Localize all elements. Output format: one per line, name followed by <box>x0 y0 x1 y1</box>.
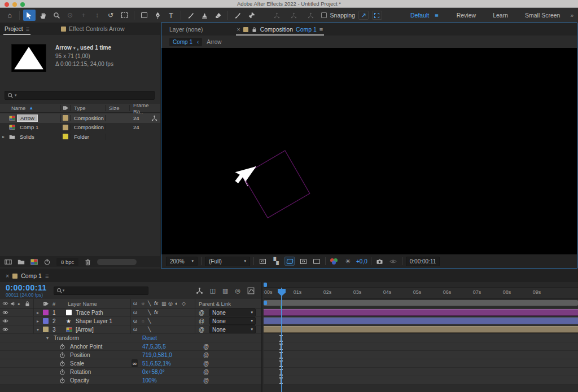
label-swatch-icon[interactable] <box>63 115 68 121</box>
track-row-opacity[interactable] <box>264 376 578 385</box>
composition-mini-flowchart-icon[interactable] <box>196 287 203 294</box>
expand-icon[interactable]: ▸ <box>2 134 7 139</box>
orbit-camera-tool[interactable]: ⊙ <box>64 10 76 21</box>
stopwatch-icon[interactable] <box>59 369 65 375</box>
transparency-grid-icon[interactable]: ▚ <box>271 257 281 266</box>
pickwhip-icon[interactable]: @ <box>203 342 209 350</box>
dolly-camera-tool[interactable]: ↕ <box>91 10 103 21</box>
footage-dropdown-icon[interactable]: ▾ <box>73 46 76 51</box>
stopwatch-icon[interactable] <box>59 343 65 350</box>
show-snapshot-icon[interactable] <box>388 257 399 266</box>
layer-name-column-label[interactable]: Layer Name <box>68 299 97 308</box>
navigator-back-icon[interactable]: ‹ <box>197 39 199 45</box>
pan-camera-tool[interactable]: + <box>77 10 90 21</box>
close-tab-icon[interactable]: × <box>6 272 9 279</box>
new-composition-icon[interactable] <box>30 259 38 265</box>
property-row-position[interactable]: Position 719,0,581,0 @ <box>0 351 261 359</box>
label-swatch-icon[interactable] <box>43 318 49 324</box>
channel-rgb-icon[interactable] <box>329 257 339 266</box>
stopwatch-icon[interactable] <box>59 360 65 367</box>
navigator-item[interactable]: Arrow <box>207 39 221 45</box>
layer-row-arrow[interactable]: ▾ 3 [Arrow] ω ╲ @ None ▾ <box>0 325 261 334</box>
home-button[interactable]: ⌂ <box>3 10 16 21</box>
property-value[interactable]: 47,5,35,5 <box>142 342 166 350</box>
local-axis-mode-icon[interactable] <box>271 10 283 21</box>
work-area-start-handle[interactable] <box>264 283 267 287</box>
lock-column-icon[interactable] <box>24 301 30 307</box>
tab-effect-controls[interactable]: Effect Controls Arrow <box>56 25 129 35</box>
work-area-start-handle[interactable] <box>264 301 267 305</box>
video-column-eye-icon[interactable] <box>2 301 8 306</box>
transform-group-label[interactable]: Transform <box>54 334 79 342</box>
pickwhip-icon[interactable]: @ <box>203 359 209 367</box>
camera-tool[interactable] <box>118 10 130 21</box>
project-item-arrow[interactable]: Arrow Composition 24 <box>0 113 160 123</box>
item-name[interactable]: Arrow <box>17 114 38 122</box>
hand-tool[interactable] <box>37 10 49 21</box>
color-depth-button[interactable]: 8 bpc <box>56 258 78 266</box>
column-name[interactable]: Name <box>11 105 25 111</box>
rotation-tool[interactable]: ↺ <box>104 10 117 21</box>
snapping-checkbox[interactable] <box>321 12 327 18</box>
panel-menu-icon[interactable]: ≡ <box>319 26 323 33</box>
viewer-timecode[interactable]: 0:00:00:11 <box>406 257 440 266</box>
pickwhip-icon[interactable]: @ <box>203 351 209 359</box>
collapse-icon[interactable]: ▾ <box>37 325 42 333</box>
puppet-pin-tool[interactable] <box>245 10 257 21</box>
pickwhip-icon[interactable]: @ <box>203 368 209 376</box>
layer-name[interactable]: [Arrow] <box>76 325 94 333</box>
label-swatch-icon[interactable] <box>43 310 49 315</box>
adjustment-column-icon[interactable]: ◐ <box>175 299 178 308</box>
property-value[interactable]: 0x+58,0° <box>142 368 165 376</box>
property-row-anchor-point[interactable]: Anchor Point 47,5,35,5 @ <box>0 342 261 351</box>
search-options-icon[interactable]: ▾ <box>63 288 65 293</box>
transform-group-row[interactable]: ▾ Transform Reset <box>0 334 261 342</box>
parent-link-column-label[interactable]: Parent & Link <box>199 299 231 308</box>
exposure-icon[interactable]: ✳ <box>343 257 353 266</box>
property-value[interactable]: 719,0,581,0 <box>142 351 172 359</box>
panel-menu-icon[interactable]: ≡ <box>26 25 29 32</box>
project-item-solids[interactable]: ▸ Solids Folder <box>0 132 160 142</box>
exposure-value[interactable]: +0,0 <box>356 258 367 265</box>
track-row-scale[interactable] <box>264 359 578 368</box>
property-name[interactable]: Anchor Point <box>70 342 102 350</box>
workspace-tab-review[interactable]: Review <box>450 12 483 19</box>
sort-ascending-icon[interactable]: ▲ <box>29 105 33 111</box>
footage-thumbnail[interactable] <box>11 44 46 72</box>
property-value[interactable]: 100% <box>142 376 157 384</box>
3d-column-icon[interactable]: ◇ <box>182 299 186 308</box>
eye-toggle-icon[interactable] <box>2 310 8 315</box>
navigator-current-comp[interactable]: Comp 1 ‹ <box>169 38 202 46</box>
track-row-rotation[interactable] <box>264 368 578 376</box>
footage-name[interactable]: Arrow <box>55 45 72 51</box>
property-row-opacity[interactable]: Opacity 100% @ <box>0 376 261 385</box>
fx-toggle-icon[interactable]: fx <box>154 309 158 316</box>
item-name[interactable]: Comp 1 <box>17 124 41 130</box>
track-row-anchor-point[interactable] <box>264 342 578 351</box>
track-row-position[interactable] <box>264 351 578 359</box>
trash-icon[interactable] <box>84 258 91 266</box>
column-type[interactable]: Type <box>74 105 86 111</box>
graph-editor-icon[interactable] <box>247 287 255 294</box>
shy-toggle-icon[interactable]: ω <box>133 317 137 325</box>
quality-toggle-icon[interactable]: ╲ <box>148 317 151 325</box>
index-column-label[interactable]: # <box>52 299 55 308</box>
layer-duration-bar[interactable] <box>264 318 578 324</box>
quality-toggle-icon[interactable]: ╲ <box>148 325 151 333</box>
label-swatch-icon[interactable] <box>63 125 68 130</box>
timeline-tab-label[interactable]: Comp 1 <box>21 272 42 279</box>
zoom-tool[interactable] <box>50 10 63 21</box>
tab-project[interactable]: Project ≡ <box>0 25 34 35</box>
composition-viewport[interactable] <box>161 48 577 254</box>
column-size[interactable]: Size <box>109 105 119 111</box>
work-area-bar[interactable] <box>264 299 578 309</box>
flowchart-icon[interactable] <box>151 115 157 121</box>
property-value[interactable]: 51,6,52,1% <box>142 359 171 367</box>
parent-dropdown[interactable]: None ▾ <box>209 309 256 316</box>
expand-icon[interactable]: ▸ <box>37 309 42 316</box>
label-column-tag-icon[interactable] <box>43 301 49 307</box>
workspace-tab-learn[interactable]: Learn <box>486 12 515 19</box>
type-tool[interactable]: T <box>165 10 177 21</box>
workspace-tab-small-screen[interactable]: Small Screen <box>518 12 567 19</box>
parent-dropdown[interactable]: None ▾ <box>209 317 256 325</box>
